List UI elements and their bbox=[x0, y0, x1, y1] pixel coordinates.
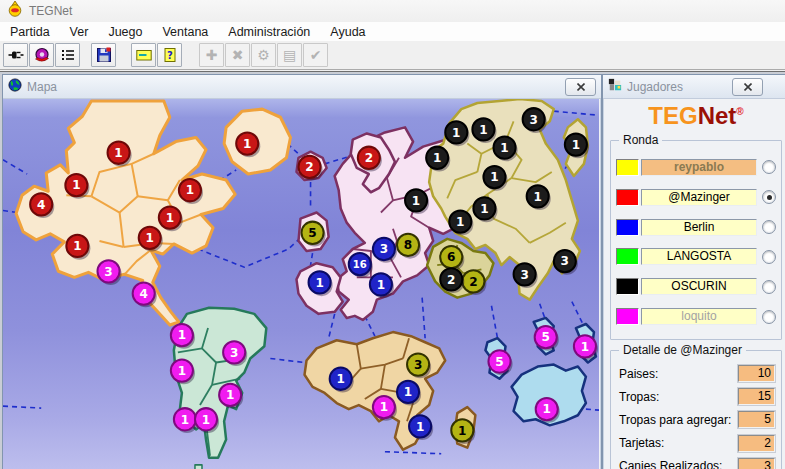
logo-net: Net bbox=[698, 102, 737, 129]
player-name-field: reypablo bbox=[641, 159, 757, 176]
svg-text:3: 3 bbox=[104, 265, 112, 279]
player-detail-title: Detalle de @Mazinger bbox=[619, 343, 746, 357]
ronda-groupbox: Ronda reypablo@MazingerBerlinLANGOSTAOSC… bbox=[610, 140, 782, 340]
svg-text:3: 3 bbox=[230, 346, 238, 360]
world-map[interactable]: 1141111122341311111551131611111586231111… bbox=[3, 99, 599, 469]
player-color-swatch bbox=[616, 308, 639, 325]
detail-value: 10 bbox=[738, 365, 775, 382]
detail-label: Tropas: bbox=[619, 390, 659, 404]
tegnet-app-icon bbox=[7, 1, 23, 21]
player-color-swatch bbox=[616, 159, 639, 176]
map-close-button[interactable] bbox=[565, 78, 596, 96]
svg-text:1: 1 bbox=[500, 141, 508, 155]
svg-text:1: 1 bbox=[336, 372, 344, 386]
svg-text:5: 5 bbox=[495, 355, 503, 369]
player-row-mazinger: @Mazinger bbox=[616, 188, 776, 207]
toolbar-add-troops-button: ✚ bbox=[199, 43, 224, 67]
svg-text:1: 1 bbox=[433, 151, 441, 165]
player-select-radio-mazinger[interactable] bbox=[762, 190, 776, 204]
toolbar-buttons: ?✚✖⚙▤✔ bbox=[3, 43, 329, 67]
svg-text:1: 1 bbox=[479, 123, 487, 137]
map-window: Mapa bbox=[2, 74, 602, 469]
svg-text:1: 1 bbox=[178, 364, 186, 378]
svg-text:3: 3 bbox=[380, 242, 388, 256]
svg-text:1: 1 bbox=[533, 190, 541, 204]
svg-text:1: 1 bbox=[416, 420, 424, 434]
svg-text:1: 1 bbox=[377, 278, 385, 292]
menu-item-ventana[interactable]: Ventana bbox=[152, 23, 218, 41]
plug-icon bbox=[8, 47, 24, 63]
map-window-titlebar[interactable]: Mapa bbox=[3, 75, 601, 99]
logo-registered-mark: ® bbox=[736, 106, 743, 117]
player-color-swatch bbox=[616, 248, 639, 265]
main-titlebar[interactable]: TEGNet bbox=[0, 0, 785, 22]
svg-text:1: 1 bbox=[412, 194, 420, 208]
detail-value: 2 bbox=[738, 435, 775, 452]
detail-row-tropas: Tropas:15 bbox=[619, 388, 775, 405]
menu-item-administracion[interactable]: Administración bbox=[218, 23, 320, 41]
player-name-field: Berlin bbox=[641, 219, 757, 236]
player-row-berlin: Berlin bbox=[616, 218, 776, 237]
svg-text:1: 1 bbox=[452, 126, 460, 140]
svg-text:3: 3 bbox=[529, 112, 537, 126]
svg-text:1: 1 bbox=[458, 424, 466, 438]
svg-text:1: 1 bbox=[166, 211, 174, 225]
svg-text:1: 1 bbox=[490, 170, 498, 184]
toolbar-save-button[interactable] bbox=[91, 43, 116, 67]
save-icon bbox=[96, 47, 112, 63]
svg-text:1: 1 bbox=[243, 137, 251, 151]
check-icon: ✔ bbox=[310, 48, 322, 62]
players-close-button[interactable] bbox=[732, 78, 763, 96]
toolbar-connect-button[interactable] bbox=[29, 43, 54, 67]
tegnet-logo: TEGNet® bbox=[603, 102, 785, 130]
menu-bar: PartidaVerJuegoVentanaAdministraciónAyud… bbox=[0, 22, 785, 41]
player-row-reypablo: reypablo bbox=[616, 158, 776, 177]
svg-text:2: 2 bbox=[305, 160, 313, 174]
detail-row-tarjetas: Tarjetas:2 bbox=[619, 435, 775, 452]
svg-text:4: 4 bbox=[140, 287, 148, 301]
players-window-title: Jugadores bbox=[627, 80, 683, 94]
svg-text:1: 1 bbox=[380, 400, 388, 414]
player-select-radio-loquito[interactable] bbox=[762, 310, 776, 324]
svg-text:1: 1 bbox=[202, 412, 210, 426]
menu-item-ayuda[interactable]: Ayuda bbox=[320, 23, 375, 41]
map-window-title: Mapa bbox=[27, 80, 57, 94]
globe-connect-icon bbox=[34, 47, 50, 63]
detail-row-canjesrealizados: Canjes Realizados:3 bbox=[619, 458, 775, 469]
message-icon bbox=[136, 47, 152, 63]
player-row-loquito: loquito bbox=[616, 307, 776, 326]
player-select-radio-oscurin[interactable] bbox=[762, 280, 776, 294]
player-name-field: LANGOSTA bbox=[641, 248, 757, 265]
detail-value: 15 bbox=[738, 388, 775, 405]
detail-value: 5 bbox=[738, 411, 775, 428]
menu-item-partida[interactable]: Partida bbox=[0, 23, 60, 41]
svg-text:1: 1 bbox=[178, 328, 186, 342]
menu-item-juego[interactable]: Juego bbox=[98, 23, 152, 41]
toolbar-disconnect-button[interactable] bbox=[3, 43, 28, 67]
svg-text:16: 16 bbox=[353, 259, 367, 270]
player-name-field: OSCURIN bbox=[641, 278, 757, 295]
card-icon: ▤ bbox=[283, 48, 296, 62]
detail-label: Canjes Realizados: bbox=[619, 459, 722, 469]
svg-text:1: 1 bbox=[72, 178, 80, 192]
toolbar-messages-button[interactable] bbox=[131, 43, 156, 67]
toolbar-attack-button: ✖ bbox=[225, 43, 250, 67]
detail-value: 3 bbox=[738, 458, 775, 469]
svg-text:5: 5 bbox=[542, 330, 550, 344]
svg-text:1: 1 bbox=[186, 183, 194, 197]
menu-item-ver[interactable]: Ver bbox=[60, 23, 99, 41]
svg-text:1: 1 bbox=[114, 146, 122, 160]
player-select-radio-reypablo[interactable] bbox=[762, 160, 776, 174]
svg-text:2: 2 bbox=[365, 151, 373, 165]
svg-text:8: 8 bbox=[404, 238, 412, 252]
player-color-swatch bbox=[616, 278, 639, 295]
player-name-field: loquito bbox=[641, 308, 757, 325]
svg-text:3: 3 bbox=[414, 358, 422, 372]
toolbar-options-list-button[interactable] bbox=[55, 43, 80, 67]
ronda-label: Ronda bbox=[619, 133, 662, 147]
players-window-titlebar[interactable]: Jugadores bbox=[603, 75, 785, 99]
player-select-radio-berlin[interactable] bbox=[762, 220, 776, 234]
toolbar-cards-help-button[interactable]: ? bbox=[157, 43, 182, 67]
window-title: TEGNet bbox=[29, 4, 72, 18]
player-select-radio-langosta[interactable] bbox=[762, 250, 776, 264]
